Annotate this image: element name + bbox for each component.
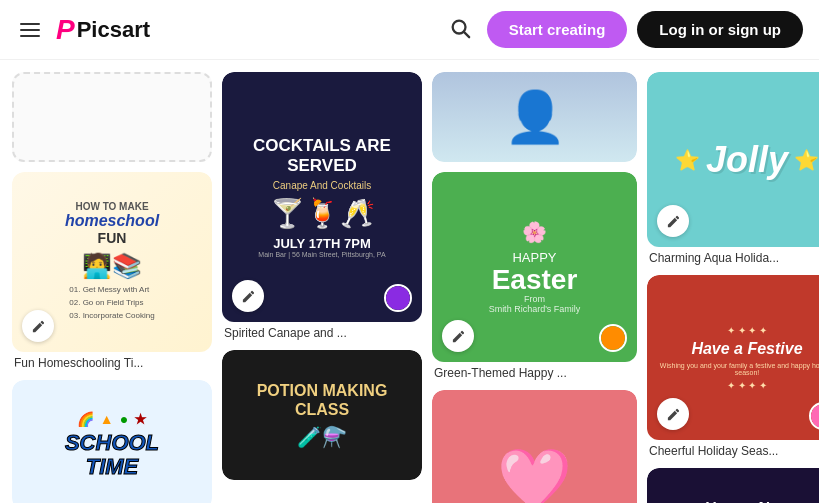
edit-icon-easter[interactable] — [442, 320, 474, 352]
festive-title-text: Have a Festive — [691, 340, 802, 358]
easter-family-text: Smith Richard's Family — [489, 304, 581, 314]
card-valentine[interactable]: 🩷 BE MINE Heartfelt Valentine's D... — [432, 390, 637, 503]
school-time-text-1: SCHOOL — [65, 431, 159, 455]
heart-illustration: 🩷 — [497, 444, 572, 504]
hamburger-button[interactable] — [16, 19, 44, 41]
search-icon — [449, 17, 471, 39]
logo-icon: P — [56, 14, 75, 46]
person-illustration: 👤 — [504, 88, 566, 146]
cocktail-title-text: COCKTAILS ARE SERVED — [232, 136, 412, 177]
card-label-homeschool: Fun Homeschooling Ti... — [12, 356, 212, 370]
card-label-cheerful: Cheerful Holiday Seas... — [647, 444, 819, 458]
card-cheerful[interactable]: ✦ ✦ ✦ ✦ Have a Festive Wishing you and y… — [647, 275, 819, 458]
logo[interactable]: P Picsart — [56, 14, 150, 46]
pencil-icon — [666, 407, 681, 422]
homeschool-how-text: HOW TO MAKE — [75, 201, 148, 212]
pencil-icon — [666, 214, 681, 229]
edit-icon-cocktails[interactable] — [232, 280, 264, 312]
pencil-icon — [31, 319, 46, 334]
card-cocktails[interactable]: COCKTAILS ARE SERVED Canape And Cocktail… — [222, 72, 422, 340]
cocktail-date-text: JULY 17TH 7PM — [273, 236, 371, 251]
column-3: 👤 🌸 HAPPY Easter From Smith Richard's Fa… — [432, 72, 637, 503]
placeholder-card[interactable] — [12, 72, 212, 162]
card-label-easter: Green-Themed Happy ... — [432, 366, 637, 380]
pencil-icon — [241, 289, 256, 304]
hamburger-icon — [20, 23, 40, 37]
homeschool-steps: 01. Get Messy with Art 02. Go on Field T… — [69, 284, 154, 322]
card-happy-new[interactable]: Happy New ✨ ⭐ ✨ — [647, 468, 819, 503]
svg-line-1 — [464, 32, 469, 37]
cheerful-decoration: ✦ ✦ ✦ ✦ — [727, 325, 767, 336]
card-jolly[interactable]: ⭐ Jolly ⭐ Charming Aqua Holida... — [647, 72, 819, 265]
card-schooltime[interactable]: 🌈 ▲ ● ★ SCHOOL TIME — [12, 380, 212, 503]
easter-flower-icon: 🌸 — [522, 220, 547, 244]
festive-decoration-2: ✦ ✦ ✦ ✦ — [727, 380, 767, 391]
logo-text: Picsart — [77, 17, 150, 43]
card-potion[interactable]: POTION MAKING CLASS 🧪⚗️ — [222, 350, 422, 480]
edit-icon-homeschool[interactable] — [22, 310, 54, 342]
card-label-cocktails: Spirited Canape and ... — [222, 326, 422, 340]
school-time-text-2: TIME — [65, 455, 159, 479]
edit-icon-jolly[interactable] — [657, 205, 689, 237]
app-header: P Picsart Start creating Log in or sign … — [0, 0, 819, 60]
column-4: ⭐ Jolly ⭐ Charming Aqua Holida... ✦ ✦ ✦ … — [647, 72, 819, 503]
homeschool-fun-text: FUN — [98, 230, 127, 246]
search-button[interactable] — [441, 9, 479, 50]
cocktail-canape-text: Canape And Cocktails — [273, 180, 371, 191]
festive-sub-text: Wishing you and your family a festive an… — [657, 362, 819, 376]
easter-happy-text: HAPPY — [512, 250, 556, 265]
jolly-star-icon-2: ⭐ — [794, 148, 819, 172]
edit-icon-cheerful[interactable] — [657, 398, 689, 430]
card-homeschool[interactable]: HOW TO MAKE homeschool FUN 🧑‍💻📚 01. Get … — [12, 172, 212, 370]
homeschool-main-text: homeschool — [65, 212, 159, 230]
card-label-jolly: Charming Aqua Holida... — [647, 251, 819, 265]
jolly-text: Jolly — [706, 142, 788, 178]
jolly-star-icon: ⭐ — [675, 148, 700, 172]
pencil-icon — [451, 329, 466, 344]
main-content: HOW TO MAKE homeschool FUN 🧑‍💻📚 01. Get … — [0, 60, 819, 503]
card-person[interactable]: 👤 — [432, 72, 637, 162]
avatar-cocktails — [384, 284, 412, 312]
cocktail-address-text: Main Bar | 56 Main Street, Pittsburgh, P… — [258, 251, 385, 258]
potion-title-text: POTION MAKING CLASS — [232, 381, 412, 419]
avatar-easter — [599, 324, 627, 352]
easter-main-text: Easter — [492, 264, 578, 295]
potion-illustration: 🧪⚗️ — [297, 425, 347, 449]
homeschool-illustration: 🧑‍💻📚 — [82, 252, 142, 280]
easter-from-text: From — [524, 294, 545, 304]
card-easter[interactable]: 🌸 HAPPY Easter From Smith Richard's Fami… — [432, 172, 637, 380]
cocktail-illustration: 🍸🍹🥂 — [270, 197, 375, 230]
login-button[interactable]: Log in or sign up — [637, 11, 803, 48]
column-2: COCKTAILS ARE SERVED Canape And Cocktail… — [222, 72, 422, 503]
start-creating-button[interactable]: Start creating — [487, 11, 628, 48]
column-1: HOW TO MAKE homeschool FUN 🧑‍💻📚 01. Get … — [12, 72, 212, 503]
